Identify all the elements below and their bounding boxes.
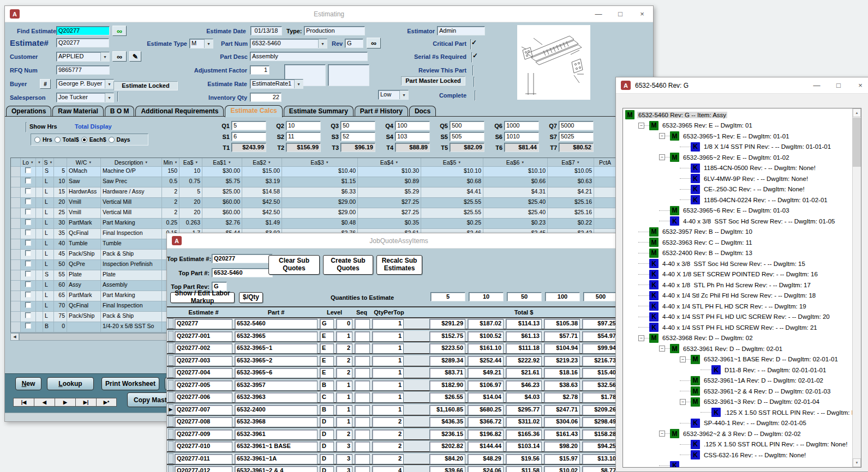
jobquote-cell[interactable]: D <box>320 429 334 440</box>
jobquote-cell[interactable]: 6532-3965~6 <box>235 368 318 378</box>
jobquote-total-cell[interactable]: $252.44 <box>468 356 504 366</box>
row-selector[interactable] <box>168 441 173 451</box>
tree-item[interactable]: K4-40 x 3/8 SST Soc Hd Screw Rev: - -- D… <box>623 216 852 227</box>
find-estimate-input[interactable]: Q20277 <box>56 26 110 35</box>
first-record-button[interactable]: |◀ <box>13 398 34 407</box>
jobquote-total-cell[interactable]: $311.02 <box>506 417 542 427</box>
jobquote-cell[interactable] <box>355 331 370 342</box>
print-worksheet-button[interactable]: Print Worksheet <box>101 377 159 390</box>
jobquote-cell[interactable]: Q20277-011 <box>175 454 232 464</box>
jobquote-cell[interactable]: Q20277-008 <box>175 417 232 427</box>
jobquote-cell[interactable]: D <box>320 454 334 464</box>
jobquote-cell[interactable]: Q20277-003 <box>175 356 232 366</box>
jobquote-cell[interactable]: 6532-3957 <box>235 380 318 391</box>
tab-additional-requirements[interactable]: Additional Requirements <box>135 106 224 117</box>
q-input[interactable]: 1000 <box>504 121 539 130</box>
tree-item[interactable]: −M6532-3961~1 BASE Rev: D -- DwgItm: 02-… <box>623 354 852 365</box>
part-desc-input[interactable]: Assembly <box>250 52 368 61</box>
tree-vertical-scrollbar[interactable]: ▲ ▼ <box>852 108 861 467</box>
grid-header-cell[interactable]: W/C▼ <box>67 158 101 166</box>
grid-header-cell[interactable]: Ea$3▼ <box>282 158 358 166</box>
jobquote-cell[interactable]: Q20277-004 <box>175 368 232 378</box>
tree-item[interactable]: K4-40 x 1/4 SST PH FL HD SCREW Rev: - --… <box>623 322 852 333</box>
jobquote-row[interactable]: Q202776532-5460G01$291.29$187.02$114.13$… <box>167 318 621 330</box>
tree-item[interactable]: K.125 X 1.50 SST ROLL PIN Rev: - -- DwgI… <box>623 439 852 450</box>
row-selector[interactable] <box>168 343 173 353</box>
jobquote-total-cell[interactable]: $202.82 <box>429 441 465 452</box>
jobquote-cell[interactable] <box>355 454 370 464</box>
tab-docs[interactable]: Docs <box>409 106 436 117</box>
expander-collapse-icon[interactable]: − <box>659 154 665 160</box>
row-selector[interactable] <box>168 331 173 341</box>
row-selector[interactable] <box>168 416 173 427</box>
tree-item[interactable]: −M6532-3965~2 Rev: E -- DwgItm: 01-02 <box>623 152 852 163</box>
jobquote-total-cell[interactable]: $15.40 <box>582 368 618 378</box>
jobquote-cell[interactable]: 1 <box>372 319 404 329</box>
grid-header-cell[interactable]: Lo▼ <box>21 158 36 166</box>
jobquote-cell[interactable] <box>355 356 370 366</box>
customer-binoculars-button[interactable]: ∞ <box>112 51 127 62</box>
tree-item[interactable]: KCSS-632-16 Rev: - -- DwgItm: None! <box>623 450 852 461</box>
jobquote-total-cell[interactable]: $99.94 <box>582 343 618 354</box>
tree-item[interactable]: K4-40 X 1/8 SET SCREW POINTED Rev: - -- … <box>623 269 852 280</box>
jobquote-cell[interactable]: Q20277-006 <box>175 392 232 403</box>
jobquote-total-cell[interactable]: $11.58 <box>506 466 542 472</box>
s-input[interactable]: 6 <box>231 132 266 141</box>
jobquote-total-cell[interactable]: $152.75 <box>429 331 465 342</box>
previous-record-button[interactable]: ◀ <box>34 398 55 407</box>
radio-days[interactable] <box>109 137 115 143</box>
buyer-dropdown[interactable]: George P. Buyer▼ <box>56 79 114 89</box>
jobquote-cell[interactable]: 6532-5460 <box>235 319 318 329</box>
jobquote-cell[interactable]: 1 <box>336 405 352 415</box>
jobquote-row[interactable]: Q20277-0036532-3965~2E21$289.34$252.44$2… <box>167 355 621 367</box>
minimize-icon[interactable]: — <box>588 6 609 22</box>
jobquote-total-cell[interactable]: $61.13 <box>506 331 542 342</box>
salesperson-dropdown[interactable]: Joe Tucker▼ <box>56 93 114 102</box>
row-checkbox[interactable] <box>25 219 31 225</box>
jobquote-cell[interactable]: 1 <box>372 368 404 378</box>
jobquote-cell[interactable] <box>355 343 370 354</box>
grid-header-cell[interactable]: Ea$4▼ <box>358 158 421 166</box>
s-input[interactable]: 505 <box>450 132 484 141</box>
jobquote-total-cell[interactable]: $295.77 <box>506 405 542 415</box>
jobquote-total-cell[interactable]: $46.23 <box>506 380 542 391</box>
jobquote-total-cell[interactable]: $114.13 <box>506 319 542 329</box>
jobquote-total-cell[interactable]: $436.35 <box>429 417 465 427</box>
edit-pencil-button[interactable]: ✎ <box>129 51 141 62</box>
tree-item[interactable]: M6532-2400 Rev: B -- DwgItm: 13 <box>623 248 852 259</box>
q-input[interactable]: 5 <box>231 121 266 130</box>
review-part-checkbox[interactable] <box>472 65 474 76</box>
jobquote-cell[interactable]: D <box>320 441 334 452</box>
s-input[interactable]: 1010 <box>504 132 539 141</box>
q-input[interactable]: 10 <box>286 121 321 130</box>
q-input[interactable]: 5000 <box>559 121 594 130</box>
jobquote-total-cell[interactable]: $57.71 <box>544 331 580 342</box>
q-input[interactable]: 500 <box>450 121 484 130</box>
tree-item[interactable]: M6532-3961~2 & 4 Rev: D -- DwgItm: 02-01… <box>623 386 852 397</box>
scroll-left-icon[interactable]: ◀ <box>10 333 19 341</box>
jobquote-row[interactable]: Q20277-0046532-3965~6E21$83.71$49.21$21.… <box>167 367 621 379</box>
grid-row[interactable]: L15HardwrAssHardware / Assy25$25.00$14.5… <box>11 187 619 198</box>
row-selector[interactable]: ▶ <box>168 404 173 415</box>
type-input[interactable]: Production <box>304 26 365 35</box>
new-button[interactable]: New <box>15 377 41 390</box>
new-record-button[interactable]: ▶* <box>96 398 117 407</box>
row-selector[interactable] <box>168 318 173 329</box>
jobquote-cell[interactable]: Q20277-009 <box>175 429 232 440</box>
radio-each[interactable] <box>81 137 87 143</box>
jobquote-total-cell[interactable]: $247.71 <box>544 405 580 415</box>
jobquote-cell[interactable]: 1 <box>372 356 404 366</box>
jobquote-total-cell[interactable]: $13.10 <box>582 454 618 464</box>
jobquote-row[interactable]: Q20277-0096532-3961D22$236.15$196.82$165… <box>167 429 621 440</box>
jobquote-total-cell[interactable]: $21.61 <box>506 368 542 378</box>
tree-item[interactable]: K1185-4CN-0500 Rev: - -- DwgItm: None! <box>623 163 852 174</box>
tab-estimate-calcs[interactable]: Estimate Calcs <box>225 105 282 117</box>
tree-item[interactable]: −M6532-3965~1 Rev: E -- DwgItm: 01-01 <box>623 131 852 142</box>
jobquote-total-cell[interactable]: $94.25 <box>582 441 618 452</box>
row-selector[interactable] <box>168 429 173 439</box>
grid-row[interactable]: L25VmillVertical Mill220$60.00$42.50$29.… <box>11 208 619 219</box>
row-checkbox[interactable] <box>25 271 31 277</box>
jobquote-cell[interactable]: 1 <box>372 380 404 391</box>
jobquote-cell[interactable]: 6532-3968 <box>235 417 318 427</box>
jobquote-cell[interactable]: Q20277-002 <box>175 343 232 354</box>
